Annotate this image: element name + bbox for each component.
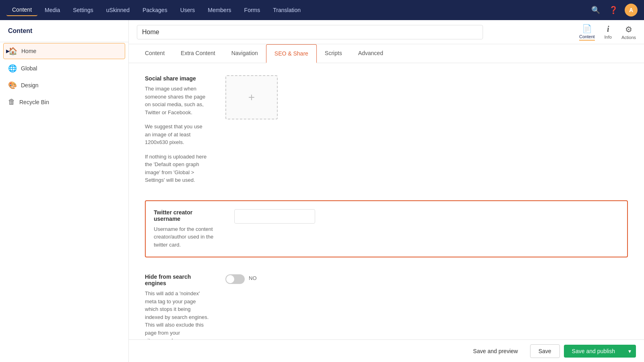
search-icon[interactable]: 🔍 bbox=[589, 4, 602, 16]
hide-from-search-desc: This will add a 'noindex' meta tag to yo… bbox=[145, 290, 209, 339]
hide-from-search-section: Hide from search engines This will add a… bbox=[145, 274, 628, 339]
header-action-content[interactable]: 📄 Content bbox=[579, 24, 595, 41]
sidebar-item-label-recycle: Recycle Bin bbox=[19, 99, 49, 105]
social-share-desc3: If nothing is uploaded here the 'Default… bbox=[145, 153, 209, 184]
image-upload-box[interactable]: + bbox=[225, 75, 278, 119]
hide-from-search-label-area: Hide from search engines This will add a… bbox=[145, 274, 209, 339]
twitter-creator-input[interactable] bbox=[234, 209, 315, 224]
tab-scripts[interactable]: Scripts bbox=[317, 44, 350, 63]
content-doc-icon: 📄 bbox=[582, 24, 592, 33]
nav-packages[interactable]: Packages bbox=[137, 4, 173, 16]
toggle-no-label: NO bbox=[249, 275, 257, 281]
nav-forms[interactable]: Forms bbox=[239, 4, 266, 16]
recycle-bin-icon: 🗑 bbox=[8, 98, 15, 106]
page-header: 📄 Content i Info ⚙ Actions bbox=[129, 20, 644, 44]
hide-from-search-row: Hide from search engines This will add a… bbox=[145, 274, 628, 339]
save-publish-arrow-button[interactable]: ▾ bbox=[623, 345, 636, 358]
sidebar: Content ▶ 🏠 Home 🌐 Global 🎨 Design 🗑 Rec… bbox=[0, 20, 129, 362]
social-share-desc1: The image used when someone shares the p… bbox=[145, 85, 209, 116]
header-action-info[interactable]: i Info bbox=[605, 25, 612, 39]
social-share-row: Social share image The image used when s… bbox=[145, 75, 628, 184]
tab-seo-share[interactable]: SEO & Share bbox=[266, 44, 317, 63]
save-publish-main-button[interactable]: Save and publish bbox=[564, 345, 623, 358]
social-share-section: Social share image The image used when s… bbox=[145, 75, 628, 184]
social-share-title: Social share image bbox=[145, 75, 209, 82]
sidebar-item-global[interactable]: 🌐 Global bbox=[0, 60, 128, 77]
header-action-info-label: Info bbox=[605, 35, 612, 39]
toggle-switch[interactable] bbox=[225, 274, 245, 284]
nav-uskinned[interactable]: uSkinned bbox=[101, 4, 135, 16]
info-icon: i bbox=[607, 25, 609, 34]
help-icon[interactable]: ❓ bbox=[607, 4, 620, 16]
tab-navigation[interactable]: Navigation bbox=[223, 44, 266, 63]
sidebar-item-label-global: Global bbox=[21, 65, 37, 72]
plus-icon: + bbox=[248, 91, 255, 104]
main-content: Social share image The image used when s… bbox=[129, 63, 644, 339]
nav-users[interactable]: Users bbox=[175, 4, 201, 16]
global-icon: 🌐 bbox=[8, 64, 17, 73]
save-preview-button[interactable]: Save and preview bbox=[465, 345, 526, 358]
nav-content[interactable]: Content bbox=[6, 4, 37, 16]
social-share-control: + bbox=[225, 75, 628, 119]
top-nav-right: 🔍 ❓ A bbox=[589, 4, 638, 16]
bottom-bar: Save and preview Save Save and publish ▾ bbox=[129, 339, 644, 362]
social-share-label: Social share image The image used when s… bbox=[145, 75, 209, 184]
main-layout: Content ▶ 🏠 Home 🌐 Global 🎨 Design 🗑 Rec… bbox=[0, 20, 644, 362]
twitter-creator-control bbox=[234, 209, 619, 224]
design-icon: 🎨 bbox=[8, 81, 17, 90]
sidebar-arrow-icon: ▶ bbox=[6, 48, 10, 54]
hide-from-search-title: Hide from search engines bbox=[145, 274, 209, 286]
home-icon: 🏠 bbox=[8, 47, 17, 56]
header-action-content-label: Content bbox=[579, 34, 595, 41]
twitter-creator-row: Twitter creator username Username for th… bbox=[154, 209, 619, 249]
user-avatar[interactable]: A bbox=[625, 4, 638, 16]
header-action-actions-label: Actions bbox=[621, 35, 636, 40]
save-publish-button-group: Save and publish ▾ bbox=[564, 345, 636, 358]
sidebar-item-recycle-bin[interactable]: 🗑 Recycle Bin bbox=[0, 94, 128, 110]
nav-settings[interactable]: Settings bbox=[67, 4, 99, 16]
header-action-actions[interactable]: ⚙ Actions bbox=[621, 25, 636, 40]
tab-advanced[interactable]: Advanced bbox=[350, 44, 391, 63]
twitter-creator-section: Twitter creator username Username for th… bbox=[145, 200, 628, 258]
sidebar-item-home[interactable]: ▶ 🏠 Home bbox=[3, 43, 125, 59]
twitter-creator-title: Twitter creator username bbox=[154, 209, 218, 222]
twitter-creator-desc: Username for the content creator/author … bbox=[154, 225, 218, 249]
tab-bar: Content Extra Content Navigation SEO & S… bbox=[129, 44, 644, 63]
tab-content[interactable]: Content bbox=[137, 44, 173, 63]
twitter-creator-label: Twitter creator username Username for th… bbox=[154, 209, 218, 249]
page-header-actions: 📄 Content i Info ⚙ Actions bbox=[579, 24, 636, 41]
toggle-control: NO bbox=[225, 274, 628, 284]
sidebar-item-design[interactable]: 🎨 Design bbox=[0, 77, 128, 94]
sidebar-item-label-design: Design bbox=[21, 82, 39, 88]
nav-media[interactable]: Media bbox=[39, 4, 66, 16]
tab-extra-content[interactable]: Extra Content bbox=[173, 44, 223, 63]
page-title-input[interactable] bbox=[137, 25, 483, 39]
save-button[interactable]: Save bbox=[530, 344, 560, 358]
top-navigation: Content Media Settings uSkinned Packages… bbox=[0, 0, 644, 20]
toggle-slider bbox=[225, 274, 245, 284]
nav-members[interactable]: Members bbox=[202, 4, 237, 16]
social-share-desc2: We suggest that you use an image of at l… bbox=[145, 123, 209, 146]
content-area: 📄 Content i Info ⚙ Actions Content Extra… bbox=[129, 20, 644, 362]
nav-translation[interactable]: Translation bbox=[267, 4, 306, 16]
sidebar-header: Content bbox=[0, 20, 128, 42]
actions-chevron-icon: ⚙ bbox=[625, 25, 632, 34]
sidebar-item-label-home: Home bbox=[21, 48, 36, 54]
